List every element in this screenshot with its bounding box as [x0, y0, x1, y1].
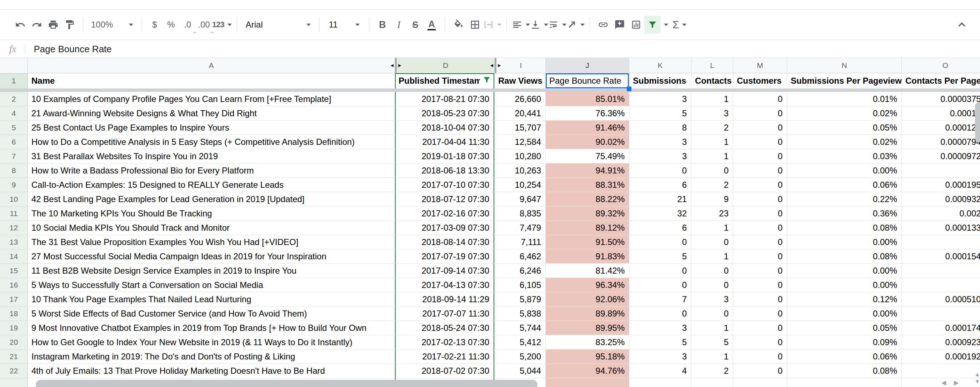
cell-L22[interactable]: 2 — [691, 364, 733, 378]
italic-button[interactable]: I — [391, 16, 407, 34]
cell-A22[interactable]: 4th of July Emails: 13 That Prove Holida… — [28, 364, 395, 378]
cell-O13[interactable] — [902, 235, 980, 249]
scroll-left-icon[interactable]: ◂ — [942, 377, 946, 387]
cell-O14[interactable]: 0.0001547 — [902, 249, 980, 264]
cell-M6[interactable]: 0 — [733, 135, 787, 149]
cell-N12[interactable]: 0.08% — [787, 221, 902, 235]
row-header-10[interactable]: 10 — [0, 192, 28, 206]
cell-J14[interactable]: 91.83% — [546, 249, 629, 264]
row-header-22[interactable]: 22 — [0, 364, 28, 378]
filter-funnel-icon[interactable] — [482, 75, 492, 86]
cell-I16[interactable]: 6,105 — [495, 278, 546, 292]
cell-M9[interactable]: 0 — [733, 178, 787, 192]
header-cell-contacts[interactable]: Contacts — [691, 73, 733, 89]
cell-D13[interactable]: 2018-08-14 07:30 — [395, 235, 495, 249]
number-format-button[interactable]: 123 — [212, 16, 232, 34]
cell-D14[interactable]: 2017-07-19 07:30 — [395, 249, 495, 264]
cell-A12[interactable]: 10 Social Media KPIs You Should Track an… — [28, 221, 395, 235]
row-header-6[interactable]: 6 — [0, 135, 28, 149]
cell-L5[interactable]: 2 — [691, 120, 733, 135]
cell-O15[interactable] — [902, 264, 980, 278]
cell-M13[interactable]: 0 — [733, 235, 787, 249]
row-header-13[interactable]: 13 — [0, 235, 28, 249]
horizontal-align-button[interactable] — [512, 16, 530, 34]
cell-K7[interactable]: 3 — [629, 149, 691, 163]
cell-A5[interactable]: 25 Best Contact Us Page Examples to Insp… — [28, 120, 395, 135]
cell-O6[interactable]: 0.00007946 — [902, 135, 980, 149]
cell-I4[interactable]: 20,441 — [495, 106, 546, 120]
cell-N2[interactable]: 0.01% — [787, 92, 902, 106]
cell-N19[interactable]: 0.05% — [787, 321, 902, 335]
cell-J16[interactable]: 96.34% — [546, 278, 629, 292]
hide-menus-button[interactable] — [954, 16, 970, 34]
column-header-L[interactable]: L — [691, 58, 733, 73]
filter-views-button[interactable] — [661, 16, 671, 34]
cell-N18[interactable]: 0.00% — [787, 307, 902, 321]
cell-J2[interactable]: 85.01% — [546, 92, 629, 106]
cell-I10[interactable]: 9,647 — [495, 192, 546, 206]
cell-I19[interactable]: 5,744 — [495, 321, 546, 335]
cell-L12[interactable]: 1 — [691, 221, 733, 235]
cell-O11[interactable]: 0.0026 — [902, 206, 980, 221]
cell-D17[interactable]: 2018-09-14 11:29 — [395, 292, 495, 307]
row-header-4[interactable]: 4 — [0, 106, 28, 120]
cell-A15[interactable]: 11 Best B2B Website Design Service Examp… — [28, 264, 395, 278]
cell-L8[interactable]: 0 — [691, 163, 733, 178]
column-header-I[interactable]: ▸I — [495, 58, 546, 73]
cell-M22[interactable]: 0 — [733, 364, 787, 378]
cell-M21[interactable]: 0 — [733, 349, 787, 364]
cell-K10[interactable]: 21 — [629, 192, 691, 206]
cell-L4[interactable]: 3 — [691, 106, 733, 120]
paint-format-button[interactable] — [61, 16, 78, 34]
cell-A19[interactable]: 9 Most Innovative Chatbot Examples in 20… — [28, 321, 395, 335]
cell-D15[interactable]: 2017-09-14 07:30 — [395, 264, 495, 278]
insert-chart-button[interactable] — [628, 16, 644, 34]
cell-D7[interactable]: 2019-01-18 07:30 — [395, 149, 495, 163]
cell-J5[interactable]: 91.46% — [546, 120, 629, 135]
cell-K13[interactable]: 0 — [629, 235, 691, 249]
row-header-16[interactable]: 16 — [0, 278, 28, 292]
cell-K22[interactable]: 4 — [629, 364, 691, 378]
hidden-columns-left-icon[interactable]: ◂ — [390, 62, 394, 69]
cell-D4[interactable]: 2018-05-23 07:30 — [395, 106, 495, 120]
cell-O19[interactable]: 0.0001740 — [902, 321, 980, 335]
cell-J19[interactable]: 89.95% — [546, 321, 629, 335]
cell-A21[interactable]: Instagram Marketing in 2019: The Do's an… — [28, 349, 395, 364]
row-header-18[interactable]: 18 — [0, 307, 28, 321]
cell-J20[interactable]: 83.25% — [546, 335, 629, 349]
cell-I9[interactable]: 10,254 — [495, 178, 546, 192]
cell-L13[interactable]: 0 — [691, 235, 733, 249]
insert-link-button[interactable] — [595, 16, 611, 34]
cell-I6[interactable]: 12,584 — [495, 135, 546, 149]
header-cell-customers[interactable]: Customers — [733, 73, 787, 89]
cell-J11[interactable]: 89.32% — [546, 206, 629, 221]
cell-D19[interactable]: 2018-05-24 07:30 — [395, 321, 495, 335]
row-header-19[interactable]: 19 — [0, 321, 28, 335]
header-cell-bounce_rate[interactable]: Page Bounce Rate — [546, 73, 629, 89]
cell-J18[interactable]: 89.89% — [546, 307, 629, 321]
cell-K21[interactable]: 3 — [629, 349, 691, 364]
cell-O22[interactable] — [902, 364, 980, 378]
scroll-down-icon[interactable]: ▾ — [976, 378, 979, 385]
hidden-columns-right-icon[interactable]: ▸ — [398, 62, 401, 69]
cell-L19[interactable]: 1 — [691, 321, 733, 335]
cell-D20[interactable]: 2017-02-13 07:30 — [395, 335, 495, 349]
cell-A11[interactable]: The 10 Marketing KPIs You Should Be Trac… — [28, 206, 395, 221]
row-header-1[interactable]: 1 — [0, 73, 28, 89]
print-button[interactable] — [45, 16, 61, 34]
cell-I20[interactable]: 5,412 — [495, 335, 546, 349]
header-cell-raw_views[interactable]: Raw Views — [495, 73, 546, 89]
column-header-O[interactable]: O — [902, 58, 980, 73]
cell-L[interactable] — [691, 378, 733, 387]
cell-A18[interactable]: 5 Worst Side Effects of Bad Customer Ser… — [28, 307, 395, 321]
bold-button[interactable]: B — [374, 16, 391, 34]
cell-M20[interactable]: 0 — [733, 335, 787, 349]
cell-O17[interactable]: 0.0005102 — [902, 292, 980, 307]
frozen-row-divider[interactable] — [0, 89, 980, 92]
cell-O20[interactable]: 0.0009238 — [902, 335, 980, 349]
cell-I5[interactable]: 15,707 — [495, 120, 546, 135]
header-cell-contacts_per_pageview[interactable]: Contacts Per Pageview — [902, 73, 980, 89]
cell-I13[interactable]: 7,111 — [495, 235, 546, 249]
cell-K15[interactable]: 0 — [629, 264, 691, 278]
fill-color-button[interactable] — [450, 16, 467, 34]
